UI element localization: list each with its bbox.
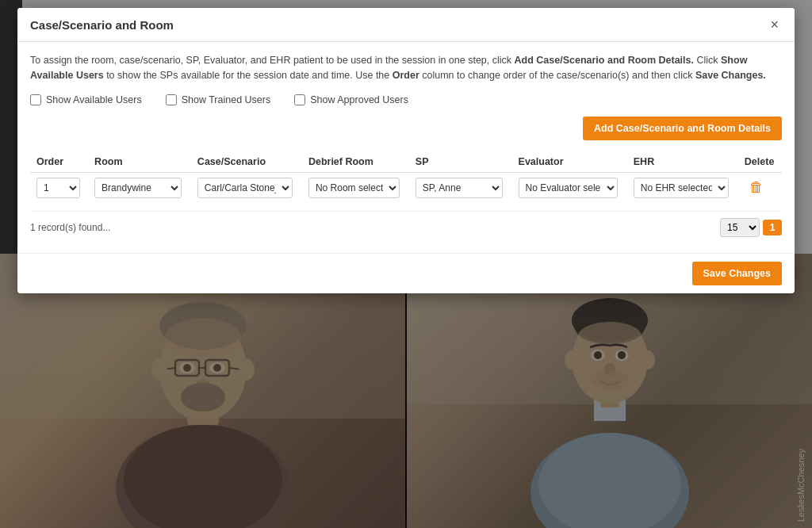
sp-select[interactable]: SP, Anne No SP selected [416,178,503,198]
evaluator-select[interactable]: No Evaluator sele [519,178,618,198]
table-header-row: Order Room Case/Scenario Debrief Room SP… [30,151,782,173]
ehr-select[interactable]: No EHR selected [634,178,729,198]
table-row: 1 2 3 Brandywine No Room selected [30,172,782,203]
modal-body: To assign the room, case/scenario, SP, E… [17,42,795,253]
debrief-select[interactable]: No Room selecte [308,178,400,198]
delete-row-button[interactable]: 🗑 [745,178,768,197]
checkbox-show-approved-label: Show Approved Users [310,94,408,105]
page-number[interactable]: 1 [763,220,782,235]
col-evaluator: Evaluator [512,151,627,173]
checkbox-show-available[interactable]: Show Available Users [30,94,142,105]
checkbox-show-trained[interactable]: Show Trained Users [166,94,271,105]
cell-case: Carl/Carla Stone_ No Case selected [191,172,302,203]
order-select[interactable]: 1 2 3 [36,178,80,198]
cell-order: 1 2 3 [30,172,88,203]
case-scenario-table: Order Room Case/Scenario Debrief Room SP… [30,151,782,203]
checkbox-row: Show Available Users Show Trained Users … [30,94,782,105]
col-delete: Delete [738,151,782,173]
add-case-scenario-button[interactable]: Add Case/Scenario and Room Details [583,117,782,140]
checkbox-show-approved[interactable]: Show Approved Users [294,94,408,105]
per-page-select[interactable]: 15 25 50 [720,218,760,237]
col-case: Case/Scenario [191,151,302,173]
col-sp: SP [409,151,512,173]
desc-mid: Click [694,55,721,66]
cell-evaluator: No Evaluator sele [512,172,627,203]
table-body: 1 2 3 Brandywine No Room selected [30,172,782,203]
desc-start: To assign the room, case/scenario, SP, E… [30,55,515,66]
cell-sp: SP, Anne No SP selected [409,172,512,203]
modal-footer: Save Changes [17,253,795,293]
case-select[interactable]: Carl/Carla Stone_ No Case selected [197,178,293,198]
col-debrief: Debrief Room [302,151,409,173]
cell-debrief: No Room selecte [302,172,409,203]
desc-mid2: to show the SPs available for the sessio… [104,70,393,81]
checkbox-show-approved-input[interactable] [294,94,305,105]
desc-end: column to change order of the case/scena… [419,70,695,81]
modal-title: Case/Scenario and Room [30,18,174,32]
checkbox-show-trained-input[interactable] [166,94,177,105]
modal-close-button[interactable]: × [767,17,782,32]
desc-order: Order [393,70,419,81]
modal-description: To assign the room, case/scenario, SP, E… [30,53,782,83]
checkbox-show-trained-label: Show Trained Users [182,94,271,105]
desc-link1: Add Case/Scenario and Room Details. [515,55,694,66]
modal-header: Case/Scenario and Room × [17,8,795,42]
records-count: 1 record(s) found... [30,222,110,233]
table-header: Order Room Case/Scenario Debrief Room SP… [30,151,782,173]
col-ehr: EHR [627,151,738,173]
cell-ehr: No EHR selected [627,172,738,203]
add-button-row: Add Case/Scenario and Room Details [30,117,782,140]
pagination-area: 15 25 50 1 [720,218,782,237]
checkbox-show-available-input[interactable] [30,94,41,105]
save-changes-button[interactable]: Save Changes [692,262,782,285]
col-order: Order [30,151,88,173]
cell-room: Brandywine No Room selected [88,172,191,203]
desc-save: Save Changes. [695,70,766,81]
col-room: Room [88,151,191,173]
modal-dialog: Case/Scenario and Room × To assign the r… [17,8,795,293]
cell-delete: 🗑 [738,172,782,203]
room-select[interactable]: Brandywine No Room selected [94,178,182,198]
checkbox-show-available-label: Show Available Users [46,94,142,105]
records-row: 1 record(s) found... 15 25 50 1 [30,211,782,242]
